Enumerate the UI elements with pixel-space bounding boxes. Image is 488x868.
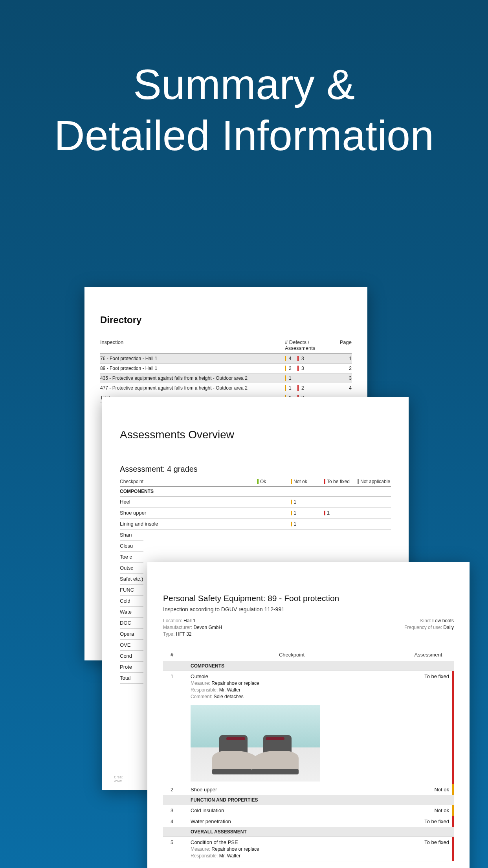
detail-line: Responsible: Mr. Walter — [191, 687, 403, 693]
checkpoint-cell: Shoe upper — [181, 787, 403, 793]
assessment-bar-icon — [452, 805, 454, 816]
detail-title: Personal Safety Equipment: 89 - Foot pro… — [163, 594, 454, 603]
row-number: 2 — [163, 787, 181, 793]
overview-row-truncated: FUNC — [120, 585, 143, 596]
overview-row-truncated: Closu — [120, 541, 143, 552]
detail-line: Measure: Repair shoe or replace — [191, 680, 403, 686]
directory-row: 477 - Protective equipment against falls… — [100, 383, 352, 393]
page-number: 3 — [332, 375, 352, 381]
checkpoint-name: Cold insulation — [191, 807, 403, 813]
overview-row-truncated: Prote — [120, 662, 143, 673]
directory-row: 76 - Foot protection - Hall 1 43 1 — [100, 354, 352, 364]
page-detail: Personal Safety Equipment: 89 - Foot pro… — [147, 562, 470, 868]
overview-row-truncated: Cond — [120, 651, 143, 662]
checkpoint-label: Shoe upper — [120, 510, 257, 516]
checkpoint-name: Outsole — [191, 673, 403, 679]
col-checkpoint: Checkpoint — [120, 479, 257, 484]
overview-title: Assessments Overview — [120, 428, 391, 441]
checkpoint-label: Lining and insole — [120, 521, 257, 527]
detail-subtitle: Inspection according to DGUV regulation … — [163, 606, 454, 612]
overview-row-truncated: Total — [120, 673, 143, 684]
detail-section-header: COMPONENTS — [163, 661, 454, 671]
directory-header: Inspection # Defects / Assessments Page — [100, 339, 352, 354]
inspection-label: 435 - Protective equipment against falls… — [100, 375, 285, 381]
page-number: 2 — [332, 366, 352, 371]
overview-row-truncated: Outsc — [120, 563, 143, 574]
checkpoint-cell: Outsole Measure: Repair shoe or replaceR… — [181, 673, 403, 782]
defects-cell: 43 — [285, 356, 332, 361]
detail-line: Responsible: Mr. Walter — [191, 853, 403, 859]
assessment-bar-icon — [452, 784, 454, 795]
detail-line: Comment: Sole detaches — [191, 694, 403, 699]
assessment-value: To be fixed — [403, 818, 454, 824]
detail-row: 2 Shoe upper Not ok — [163, 784, 454, 795]
inspection-label: 76 - Foot protection - Hall 1 — [100, 356, 285, 361]
detail-section-header: OVERALL ASSESSMENT — [163, 827, 454, 837]
assessment-bar-icon — [452, 671, 454, 784]
meta-item: Manufacturer: Devon GmbH — [163, 625, 222, 630]
overview-row: Heel 1 — [120, 497, 391, 508]
overview-row-truncated: DOC — [120, 618, 143, 629]
directory-title: Directory — [100, 314, 352, 326]
overview-row-truncated: Opera — [120, 629, 143, 640]
overview-header: Checkpoint Ok Not ok To be fixed Not app… — [120, 477, 391, 487]
col-num: # — [163, 652, 181, 658]
detail-meta: Location: Hall 1Manufacturer: Devon GmbH… — [163, 618, 454, 637]
page-number: 4 — [332, 385, 352, 391]
assessment-bar-icon — [452, 816, 454, 827]
col-defects: # Defects / Assessments — [285, 339, 332, 351]
directory-row: 89 - Foot protection - Hall 1 23 2 — [100, 364, 352, 373]
col-assessment: Assessment — [403, 652, 454, 658]
col-notok: Not ok — [291, 479, 324, 484]
assessment-value: Not ok — [403, 787, 454, 793]
inspection-label: 89 - Foot protection - Hall 1 — [100, 366, 285, 371]
checkpoint-cell: Condition of the PSE Measure: Repair sho… — [181, 839, 403, 859]
overview-row-truncated: Safet etc.) — [120, 574, 143, 585]
defects-cell: 12 — [285, 385, 332, 391]
detail-row: 1 Outsole Measure: Repair shoe or replac… — [163, 671, 454, 784]
overview-section: COMPONENTS — [120, 487, 391, 497]
defects-cell: 1 — [285, 375, 332, 381]
page2-footer: Creat www. — [114, 775, 123, 783]
detail-row: 5 Condition of the PSE Measure: Repair s… — [163, 837, 454, 861]
overview-subtitle: Assessment: 4 grades — [120, 465, 391, 474]
document-stack: Directory Inspection # Defects / Assessm… — [0, 0, 488, 868]
meta-item: Location: Hall 1 — [163, 618, 222, 623]
col-na: Not applicable — [358, 479, 391, 484]
detail-section-header: FUNCTION AND PROPERTIES — [163, 795, 454, 805]
assessment-value: To be fixed — [403, 673, 454, 782]
row-number: 3 — [163, 807, 181, 813]
overview-row: Lining and insole 1 — [120, 519, 391, 530]
col-page: Page — [332, 339, 352, 351]
overview-row-truncated: Cold — [120, 596, 143, 607]
checkpoint-name: Condition of the PSE — [191, 839, 403, 845]
row-number: 5 — [163, 839, 181, 859]
checkpoint-cell: Water penetration — [181, 818, 403, 824]
defects-cell: 23 — [285, 366, 332, 371]
checkpoint-label: Heel — [120, 499, 257, 505]
overview-row-truncated: OVE — [120, 640, 143, 651]
overview-row-truncated: Toe c — [120, 552, 143, 563]
detail-row: 3 Cold insulation Not ok — [163, 805, 454, 816]
checkpoint-photo — [191, 705, 320, 782]
row-number: 4 — [163, 818, 181, 824]
checkpoint-name: Water penetration — [191, 818, 403, 824]
assessment-bar-icon — [452, 837, 454, 861]
row-number: 1 — [163, 673, 181, 782]
page-number: 1 — [332, 356, 352, 361]
overview-row: Shoe upper 1 1 — [120, 508, 391, 519]
col-tobefixed: To be fixed — [324, 479, 358, 484]
checkpoint-name: Shoe upper — [191, 787, 403, 793]
inspection-label: 477 - Protective equipment against falls… — [100, 385, 285, 391]
overview-row-truncated: Wate — [120, 607, 143, 618]
col-ok: Ok — [257, 479, 291, 484]
directory-row: 435 - Protective equipment against falls… — [100, 373, 352, 383]
meta-item: Frequency of use: Daily — [404, 625, 454, 630]
detail-line: Measure: Repair shoe or replace — [191, 846, 403, 852]
col-checkpoint: Checkpoint — [181, 652, 403, 658]
assessment-value: Not ok — [403, 807, 454, 813]
meta-item: Kind: Low boots — [404, 618, 454, 623]
meta-item: Type: HFT 32 — [163, 631, 222, 637]
assessment-value: To be fixed — [403, 839, 454, 859]
checkpoint-cell: Cold insulation — [181, 807, 403, 813]
